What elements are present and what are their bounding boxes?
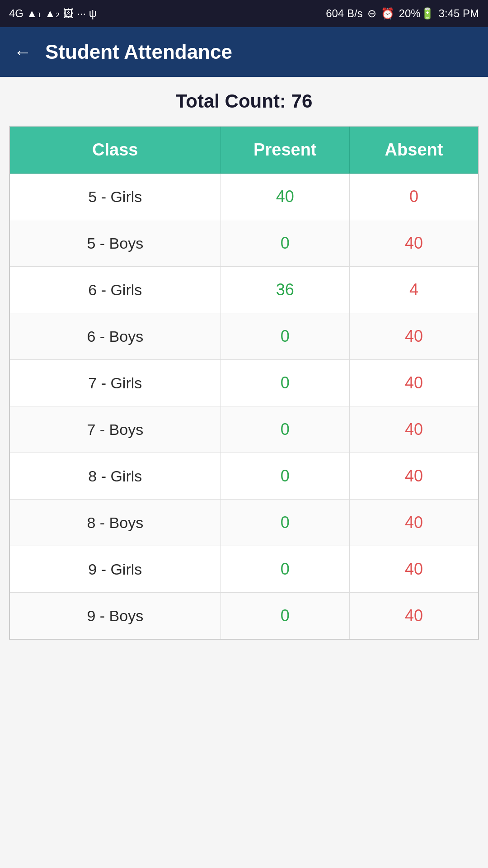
cell-present: 0 [221, 453, 349, 500]
table-row[interactable]: 9 - Boys040 [9, 593, 479, 640]
attendance-table: Class Present Absent 5 - Girls4005 - Boy… [9, 126, 479, 640]
cell-present: 0 [221, 593, 349, 640]
cell-absent: 40 [350, 360, 479, 406]
table-body: 5 - Girls4005 - Boys0406 - Girls3646 - B… [9, 174, 479, 640]
app-bar: ← Student Attendance [0, 27, 488, 77]
cell-present: 0 [221, 546, 349, 593]
cell-present: 0 [221, 500, 349, 546]
cell-absent: 40 [350, 453, 479, 500]
minus-icon: ⊖ [367, 7, 376, 20]
total-count: Total Count: 76 [9, 90, 479, 112]
app-bar-title: Student Attendance [45, 41, 232, 63]
cell-class: 5 - Girls [9, 174, 221, 220]
table-row[interactable]: 8 - Boys040 [9, 500, 479, 546]
cell-class: 8 - Girls [9, 453, 221, 500]
table-row[interactable]: 6 - Girls364 [9, 267, 479, 313]
cell-absent: 4 [350, 267, 479, 313]
back-button[interactable]: ← [14, 42, 32, 62]
cell-absent: 40 [350, 593, 479, 640]
table-row[interactable]: 7 - Boys040 [9, 406, 479, 453]
status-left: 4G ▲₁ ▲₂ 🖼 ··· ψ [9, 7, 97, 20]
table-header-row: Class Present Absent [9, 126, 479, 174]
alarm-icon: ⏰ [381, 7, 394, 20]
cell-class: 5 - Boys [9, 220, 221, 267]
cell-present: 0 [221, 406, 349, 453]
column-header-absent: Absent [350, 126, 479, 174]
cell-class: 6 - Boys [9, 313, 221, 360]
cell-class: 9 - Boys [9, 593, 221, 640]
column-header-present: Present [221, 126, 349, 174]
cell-present: 0 [221, 313, 349, 360]
table-row[interactable]: 8 - Girls040 [9, 453, 479, 500]
cell-absent: 40 [350, 500, 479, 546]
cell-class: 6 - Girls [9, 267, 221, 313]
cell-present: 0 [221, 220, 349, 267]
cell-absent: 40 [350, 313, 479, 360]
cell-present: 36 [221, 267, 349, 313]
table-row[interactable]: 7 - Girls040 [9, 360, 479, 406]
cell-present: 40 [221, 174, 349, 220]
table-row[interactable]: 6 - Boys040 [9, 313, 479, 360]
table-row[interactable]: 5 - Girls400 [9, 174, 479, 220]
network-speed: 604 B/s [326, 7, 362, 20]
table-row[interactable]: 5 - Boys040 [9, 220, 479, 267]
status-bar: 4G ▲₁ ▲₂ 🖼 ··· ψ 604 B/s ⊖ ⏰ 20%🔋 3:45 P… [0, 0, 488, 27]
cell-class: 8 - Boys [9, 500, 221, 546]
cell-class: 9 - Girls [9, 546, 221, 593]
status-left-text: 4G ▲₁ ▲₂ 🖼 ··· ψ [9, 7, 97, 20]
cell-present: 0 [221, 360, 349, 406]
battery-percent: 20%🔋 [399, 7, 434, 20]
status-right: 604 B/s ⊖ ⏰ 20%🔋 3:45 PM [326, 7, 479, 20]
cell-class: 7 - Boys [9, 406, 221, 453]
cell-absent: 40 [350, 406, 479, 453]
column-header-class: Class [9, 126, 221, 174]
time: 3:45 PM [439, 7, 479, 20]
cell-absent: 40 [350, 220, 479, 267]
table-row[interactable]: 9 - Girls040 [9, 546, 479, 593]
cell-absent: 40 [350, 546, 479, 593]
main-content: Total Count: 76 Class Present Absent 5 -… [0, 77, 488, 653]
cell-class: 7 - Girls [9, 360, 221, 406]
cell-absent: 0 [350, 174, 479, 220]
